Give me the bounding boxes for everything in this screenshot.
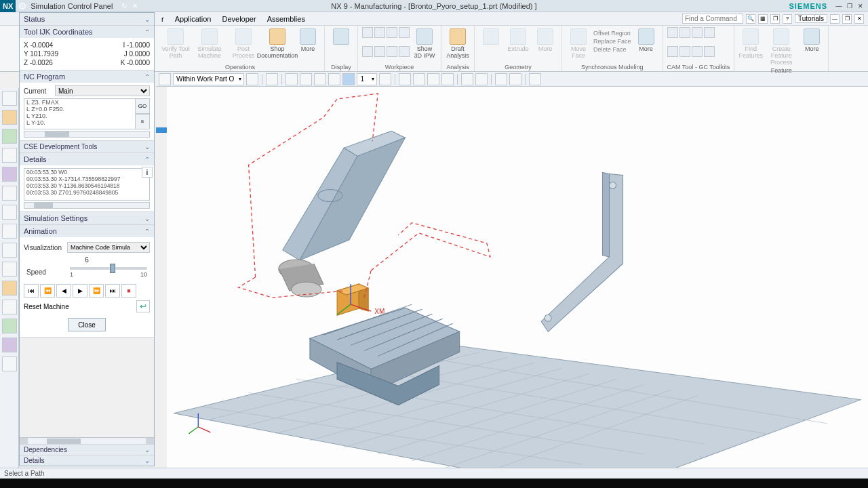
dependencies-header[interactable]: Dependencies⌄ bbox=[20, 444, 154, 455]
menu-developer[interactable]: Developer bbox=[217, 15, 262, 23]
tb-button[interactable] bbox=[314, 73, 326, 85]
tb-button[interactable] bbox=[246, 73, 258, 85]
operations-more-button[interactable]: More bbox=[296, 27, 320, 63]
details-section-header[interactable]: Details⌃ bbox=[20, 153, 154, 165]
nav-button[interactable] bbox=[2, 129, 17, 144]
workpiece-mini-buttons[interactable] bbox=[362, 27, 410, 63]
draft-analysis-button[interactable]: Draft Analysis bbox=[446, 27, 470, 63]
tb-button[interactable] bbox=[427, 73, 439, 85]
gear-icon[interactable] bbox=[18, 2, 26, 10]
nc-go-button[interactable]: GO bbox=[135, 98, 150, 114]
extrude-button[interactable]: Extrude bbox=[506, 27, 530, 63]
nav-button[interactable] bbox=[2, 281, 17, 296]
tb-button[interactable] bbox=[159, 73, 171, 85]
nav-button[interactable] bbox=[2, 167, 17, 182]
inner-close-icon[interactable]: ✕ bbox=[854, 14, 864, 24]
cse-tools-header[interactable]: CSE Development Tools⌄ bbox=[20, 140, 154, 152]
details-list[interactable]: 00:03:53.30 W0 00:03:53.30 X-17314.73559… bbox=[24, 168, 150, 201]
tb-button[interactable] bbox=[328, 73, 340, 85]
tb-button[interactable] bbox=[399, 73, 411, 85]
close-icon[interactable]: ✕ bbox=[856, 1, 865, 11]
tb-button[interactable] bbox=[495, 73, 507, 85]
panel-refresh-icon[interactable]: ↻ bbox=[119, 1, 129, 11]
speed-slider[interactable] bbox=[70, 267, 147, 270]
tb-button[interactable] bbox=[300, 73, 312, 85]
verify-toolpath-button[interactable]: Verify Tool Path bbox=[160, 27, 191, 63]
nav-button[interactable] bbox=[2, 300, 17, 314]
feature-more-button[interactable]: More bbox=[800, 27, 824, 66]
layout-icon[interactable]: ▦ bbox=[758, 14, 768, 24]
nav-button[interactable] bbox=[2, 319, 17, 333]
nav-button[interactable] bbox=[2, 243, 17, 258]
show-3dipw-button[interactable]: Show 3D IPW bbox=[412, 27, 437, 63]
find-command-input[interactable] bbox=[682, 14, 743, 24]
tb-button[interactable] bbox=[413, 73, 425, 85]
status-section-header[interactable]: Status⌄ bbox=[20, 13, 154, 25]
nc-program-list[interactable]: L Z3. FMAX L Z+0.0 F250. L Y210. L Y-10. bbox=[24, 98, 150, 129]
sim-settings-header[interactable]: Simulation Settings⌄ bbox=[20, 212, 154, 224]
nc-step-button[interactable]: ≡ bbox=[135, 114, 150, 129]
post-process-button[interactable]: Post Process bbox=[228, 27, 259, 63]
inner-restore-icon[interactable]: ❐ bbox=[842, 14, 852, 24]
create-feature-button[interactable]: Create Feature Process bbox=[766, 27, 797, 66]
nav-button[interactable] bbox=[2, 110, 17, 125]
3d-viewport[interactable]: XM bbox=[167, 87, 868, 468]
inner-minimize-icon[interactable]: — bbox=[830, 14, 840, 24]
reset-machine-button[interactable]: ↩ bbox=[136, 300, 150, 312]
tb-button[interactable] bbox=[509, 73, 521, 85]
window-icon[interactable]: ❐ bbox=[770, 14, 780, 24]
geometry-more-button[interactable]: More bbox=[533, 27, 557, 63]
panel-close-icon[interactable]: ✕ bbox=[130, 1, 140, 11]
tb-button[interactable] bbox=[475, 73, 488, 85]
nc-section-header[interactable]: NC Program⌃ bbox=[20, 70, 154, 83]
tb-button[interactable] bbox=[441, 73, 454, 85]
cam-tool-mini-buttons[interactable] bbox=[667, 27, 715, 63]
find-features-button[interactable]: Find Features bbox=[738, 27, 763, 66]
close-button[interactable]: Close bbox=[68, 318, 106, 331]
stop-button[interactable]: ■ bbox=[121, 284, 136, 298]
coords-section-header[interactable]: Tool IJK Coordinates⌃ bbox=[20, 26, 154, 38]
tb-button[interactable] bbox=[461, 73, 473, 85]
nav-button[interactable] bbox=[2, 357, 17, 371]
play-button[interactable]: ▶ bbox=[73, 284, 87, 298]
nav-button[interactable] bbox=[2, 338, 17, 352]
viz-select[interactable]: Machine Code Simula bbox=[67, 242, 150, 253]
move-face-button[interactable]: Move Face bbox=[566, 27, 591, 63]
rewind-start-button[interactable]: ⏮ bbox=[24, 284, 39, 298]
details-scrollbar[interactable] bbox=[24, 202, 150, 209]
tb-button[interactable] bbox=[285, 73, 298, 85]
restore-icon[interactable]: ❐ bbox=[845, 1, 854, 11]
help-icon[interactable]: ? bbox=[783, 14, 792, 24]
nav-button[interactable] bbox=[2, 148, 17, 163]
info-button[interactable]: i bbox=[142, 167, 153, 178]
display-button[interactable] bbox=[329, 27, 353, 63]
menu-item[interactable]: r bbox=[156, 15, 170, 23]
animation-header[interactable]: Animation⌃ bbox=[20, 225, 154, 237]
tb-button[interactable] bbox=[342, 73, 355, 85]
back-button[interactable]: ◀ bbox=[56, 284, 71, 298]
tb-button[interactable] bbox=[266, 73, 278, 85]
geometry-button1[interactable] bbox=[479, 27, 503, 63]
search-icon[interactable]: 🔍 bbox=[746, 14, 755, 24]
menu-assemblies[interactable]: Assemblies bbox=[262, 15, 311, 23]
step-fwd-button[interactable]: ⏩ bbox=[89, 284, 104, 298]
nc-current-select[interactable]: Main bbox=[55, 85, 150, 96]
nav-button[interactable] bbox=[2, 262, 17, 277]
simulate-machine-button[interactable]: Simulate Machine bbox=[194, 27, 225, 63]
nav-button[interactable] bbox=[2, 205, 17, 220]
tutorials-button[interactable]: Tutorials bbox=[795, 14, 827, 23]
nav-button[interactable] bbox=[2, 91, 17, 106]
fwd-end-button[interactable]: ⏭ bbox=[105, 284, 120, 298]
details2-header[interactable]: Details⌄ bbox=[20, 455, 154, 466]
selection-scope-dropdown[interactable]: Within Work Part O bbox=[173, 73, 244, 85]
panel-hscroll[interactable] bbox=[20, 437, 154, 444]
step-back-button[interactable]: ⏪ bbox=[40, 284, 55, 298]
tb-button[interactable] bbox=[379, 73, 391, 85]
nav-button[interactable] bbox=[2, 186, 17, 201]
tb-button[interactable] bbox=[529, 73, 541, 85]
menu-application[interactable]: Application bbox=[170, 15, 217, 23]
minimize-icon[interactable]: — bbox=[834, 1, 844, 11]
nav-button[interactable] bbox=[2, 224, 17, 239]
sync-more-button[interactable]: More bbox=[634, 27, 658, 63]
tb-num-dropdown[interactable]: 1 bbox=[357, 73, 377, 85]
